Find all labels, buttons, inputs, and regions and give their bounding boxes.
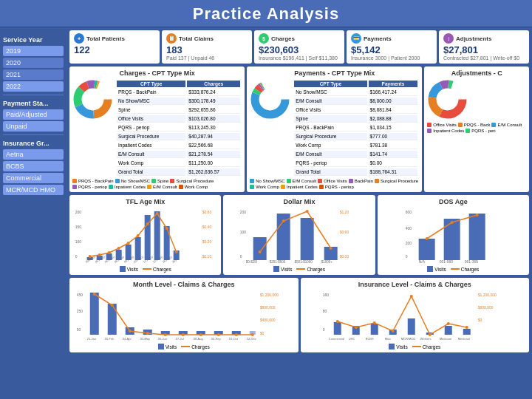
dollar-visits-legend: Visits [273, 266, 292, 272]
adjustments-pie-chart [427, 79, 468, 120]
kpi-row: + Total Patients 122 📋 Total Claims 183 … [69, 30, 529, 64]
svg-point-115 [235, 333, 238, 336]
charts-row-3: Month Level - Claims & Charges 450 250 5… [69, 278, 529, 352]
sidebar-item-2019[interactable]: 2019 [3, 46, 64, 56]
payments-cpt-table: CPT TypePayments No Show/MSC$166,417.24E… [293, 79, 419, 177]
kpi-adjustments: ↕ Adjustments $27,801 Contracted $27,801… [439, 30, 529, 64]
table-row: Inpatient Codes$22,566.68 [117, 142, 240, 149]
main-content: + Total Patients 122 📋 Total Claims 183 … [66, 27, 532, 399]
svg-point-147 [446, 322, 449, 325]
legend-dot-icon [458, 123, 463, 127]
legend-item: Inpatient Codes [427, 129, 464, 133]
svg-point-107 [93, 293, 96, 296]
svg-point-46 [156, 212, 159, 215]
adjustments-value: $27,801 [443, 44, 525, 55]
insurance-visits-legend: Visits [389, 344, 407, 349]
sidebar-section-insurance-group: Insurance Gr... [3, 140, 64, 147]
svg-text:600: 600 [405, 210, 412, 214]
svg-text:08-Aug: 08-Aug [194, 337, 203, 341]
svg-rect-36 [154, 211, 160, 260]
legend-dot-icon [466, 129, 470, 133]
sidebar-item-commercial[interactable]: Commercial [3, 173, 64, 183]
legend-dot-icon [287, 179, 291, 183]
svg-point-43 [127, 242, 130, 245]
month-charges-line-icon [181, 346, 190, 347]
table-row: PQRS - periop$0.00 [294, 160, 417, 167]
chart-adjustments-cpt: Adjustments - C Office VisitsPRQS - Back… [424, 66, 529, 192]
chart-dos-age: DOS Age 600 400 200 0 N/A [378, 195, 529, 275]
svg-rect-81 [418, 239, 434, 260]
svg-point-40 [98, 253, 101, 256]
dos-charges-line-icon [451, 268, 460, 270]
legend-dot-icon [72, 185, 77, 189]
table-row: Office Visits$8,681.84 [294, 106, 417, 114]
patients-value: 122 [74, 44, 155, 55]
svg-text:$800,000: $800,000 [260, 305, 276, 310]
dollar-legend: Visits Charges [226, 266, 372, 272]
sidebar-item-2022[interactable]: 2022 [3, 81, 64, 92]
table-row: Work Comp$11,250.00 [117, 160, 240, 167]
sidebar-item-mcr-mcd-hmo[interactable]: MCR/MCD HMO [3, 185, 64, 195]
legend-item: E/M Consult [287, 179, 317, 183]
legend-item: No Show/MSC [115, 179, 150, 183]
chart-charges-cpt-title: Charges - CPT Type Mix [72, 69, 242, 77]
chart-payments-cpt-title: Payments - CPT Type Mix [250, 69, 419, 77]
svg-text:$0: $0 [477, 318, 482, 322]
chart-month-level: Month Level - Claims & Charges 450 250 5… [69, 278, 299, 352]
chart-payments-cpt: Payments - CPT Type Mix [247, 66, 422, 192]
chart-charges-cpt: Charges - CPT Type Mix [69, 66, 245, 192]
insurance-charges-legend: Charges [412, 344, 441, 349]
svg-text:200: 200 [240, 210, 247, 214]
legend-item: Spine [151, 179, 168, 183]
svg-point-144 [391, 330, 394, 332]
month-visits-legend: Visits [158, 344, 177, 349]
month-level-chart: 450 250 50 $1,200,000 $800,000 $400,000 … [72, 290, 296, 341]
svg-point-143 [372, 321, 375, 324]
svg-text:100: 100 [75, 239, 82, 244]
sidebar-item-paid-adjusted[interactable]: Paid/Adjusted [3, 109, 64, 120]
sidebar-item-bcbs[interactable]: BCBS [3, 161, 64, 171]
claims-sub: Paid 137 | Unpaid 46 [166, 55, 248, 61]
tfl-legend: Visits Charges [72, 266, 218, 272]
sidebar-item-aetna[interactable]: Aetna [3, 149, 64, 160]
svg-text:$400,000: $400,000 [260, 318, 276, 322]
svg-text:N/A: N/A [418, 259, 425, 263]
charges-cpt-table: CPT TypeCharges PRQS - BackPain$333,876.… [115, 79, 242, 177]
kpi-total-patients: + Total Patients 122 [69, 30, 160, 64]
svg-text:400: 400 [405, 226, 412, 231]
sidebar-item-2021[interactable]: 2021 [3, 69, 64, 80]
svg-text:$0.60: $0.60 [202, 210, 212, 214]
chart-dos-title: DOS Age [381, 198, 526, 205]
legend-item: Office Visits [318, 179, 347, 183]
dollar-visits-bar-icon [273, 266, 279, 272]
svg-text:$0.00: $0.00 [340, 254, 349, 259]
legend-item: PQRS - periop [319, 185, 354, 189]
page-title: Practice Analysis [0, 4, 532, 24]
svg-text:0: 0 [75, 254, 78, 259]
svg-point-44 [137, 234, 140, 237]
svg-point-47 [166, 227, 168, 230]
svg-text:Workers: Workers [420, 337, 431, 341]
svg-text:$0: $0 [260, 331, 265, 335]
svg-text:0: 0 [405, 254, 407, 259]
month-visits-bar-icon [158, 344, 164, 349]
svg-point-112 [182, 333, 185, 336]
table-row: Surgical Procedure$777.00 [294, 133, 417, 140]
svg-text:Commercial: Commercial [328, 337, 344, 341]
sidebar-item-unpaid[interactable]: Unpaid [3, 121, 64, 132]
svg-text:$1,200,000: $1,200,000 [477, 293, 496, 297]
payments-pie-chart [250, 79, 290, 120]
svg-text:06-Jun: 06-Jun [158, 337, 167, 341]
legend-dot-icon [115, 179, 120, 183]
svg-text:$251-$500: $251-$500 [270, 260, 286, 263]
svg-point-148 [465, 326, 468, 329]
svg-point-72 [330, 247, 332, 250]
insurance-level-chart: 160 80 0 $1,200,000 $600,000 $0 [304, 290, 527, 341]
svg-text:Misc: Misc [384, 337, 390, 341]
svg-text:200: 200 [405, 241, 412, 245]
month-charges-legend: Charges [181, 344, 210, 349]
svg-point-111 [164, 333, 167, 336]
table-row: Work Comp$781.38 [294, 142, 417, 149]
chart-dollar-title: Dollar Mix [226, 198, 372, 205]
sidebar-item-2020[interactable]: 2020 [3, 58, 64, 68]
